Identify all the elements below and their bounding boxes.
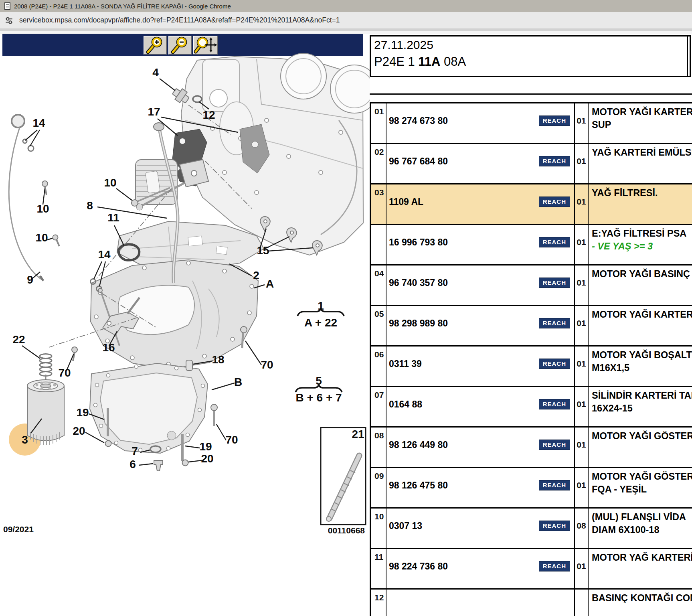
reach-badge[interactable]: REACH <box>539 156 570 166</box>
inset-stud-box <box>321 428 366 525</box>
callout-14: 14 <box>32 117 45 129</box>
callout-70: 70 <box>225 434 238 446</box>
part-number-cell[interactable]: 1109 ALREACH <box>386 184 575 224</box>
callout-70: 70 <box>261 359 273 371</box>
callout-8: 8 <box>87 199 93 212</box>
table-top-rule <box>370 93 692 95</box>
reach-badge[interactable]: REACH <box>539 318 570 328</box>
part-number[interactable]: 16 996 793 80 <box>389 237 539 248</box>
quantity: 08 <box>575 509 589 548</box>
callout-70: 70 <box>58 367 71 379</box>
callout-14: 14 <box>98 248 111 261</box>
callout-10: 10 <box>35 231 48 244</box>
part-number[interactable]: 98 274 673 80 <box>389 116 539 126</box>
part-description: MOTOR YAĞI KARTERİ <box>589 306 692 345</box>
row-index: 01 <box>371 103 386 143</box>
quantity: 01 <box>575 306 589 345</box>
part-number-cell[interactable]: 98 298 989 80REACH <box>386 306 575 345</box>
document-code: P24E 1 11A 08A <box>374 55 690 69</box>
part-description: YAĞ FİLTRESİ. <box>589 184 692 224</box>
group-a-formula: A + 22 <box>304 316 337 329</box>
part-description: BASINÇ KONTAĞI CONT <box>589 590 692 616</box>
part-number-cell[interactable]: 98 126 475 80REACH <box>386 468 575 507</box>
part-number-cell[interactable]: 96 767 684 80REACH <box>386 144 575 183</box>
table-row: 0496 740 357 80REACH01MOTOR YAĞI BASINÇ … <box>371 265 692 306</box>
part-number-cell[interactable]: 16 996 793 80REACH <box>386 225 575 264</box>
reach-badge[interactable]: REACH <box>539 440 570 450</box>
callout-9: 9 <box>27 274 33 286</box>
callout-11: 11 <box>107 211 119 224</box>
callout-10: 10 <box>36 203 49 215</box>
part-number-cell[interactable]: REACH <box>386 590 575 616</box>
row-index <box>371 225 386 264</box>
quantity: 01 <box>575 549 589 588</box>
callout-20: 20 <box>201 452 213 465</box>
callout-18: 18 <box>212 353 224 366</box>
part-number-cell[interactable]: 96 740 357 80REACH <box>386 265 575 305</box>
part-number[interactable]: 98 126 449 80 <box>389 440 539 450</box>
row-index: 06 <box>371 346 386 386</box>
part-number-cell[interactable]: 0164 88REACH <box>386 387 575 426</box>
parts-diagram[interactable]: 1 A + 22 5 B + 6 + 7 21 00110668 09/2021… <box>0 0 370 616</box>
part-number[interactable]: 96 767 684 80 <box>389 156 539 167</box>
quantity: 01 <box>575 103 589 143</box>
quantity: 01 <box>575 428 589 467</box>
table-row: 0198 274 673 80REACH01MOTOR YAĞI KARTERİ… <box>371 103 692 144</box>
reach-badge[interactable]: REACH <box>539 480 570 490</box>
part-number[interactable]: 98 126 475 80 <box>389 480 539 491</box>
table-row: 0998 126 475 80REACH01MOTOR YAĞI GÖSTERG… <box>371 468 692 509</box>
part-number-cell[interactable]: 0311 39REACH <box>386 346 575 386</box>
part-number-cell[interactable]: 98 126 449 80REACH <box>386 428 575 467</box>
reach-badge[interactable]: REACH <box>539 197 570 207</box>
part-number-cell[interactable]: 0307 13REACH <box>386 509 575 548</box>
part-number-cell[interactable]: 98 224 736 80REACH <box>386 549 575 588</box>
reach-badge[interactable]: REACH <box>539 237 570 247</box>
table-row: 060311 39REACH01MOTOR YAĞI BOŞALTMM16X1,… <box>371 346 692 387</box>
row-index: 12 <box>371 590 386 616</box>
inset-code: 00110668 <box>328 526 365 535</box>
parts-table: 0198 274 673 80REACH01MOTOR YAĞI KARTERİ… <box>370 102 692 616</box>
row-index: 08 <box>371 428 386 467</box>
callout-4: 4 <box>152 66 159 79</box>
inset-callout-21: 21 <box>352 428 364 440</box>
row-index: 05 <box>371 306 386 345</box>
part-number[interactable]: 0311 39 <box>389 359 539 369</box>
reach-badge[interactable]: REACH <box>539 278 570 288</box>
table-row: 1198 224 736 80REACH01MOTOR YAĞ KARTERİ … <box>371 549 692 590</box>
reach-badge[interactable]: REACH <box>539 116 570 126</box>
reach-badge[interactable]: REACH <box>539 521 570 531</box>
row-index: 04 <box>371 265 386 305</box>
callout-2: 2 <box>253 269 259 282</box>
part-number[interactable]: 0307 13 <box>389 521 539 531</box>
callout-3: 3 <box>22 434 28 446</box>
part-number[interactable]: 1109 AL <box>389 197 539 207</box>
reach-badge[interactable]: REACH <box>539 399 570 409</box>
callout-12: 12 <box>202 109 215 121</box>
quantity <box>575 590 589 616</box>
callout-22: 22 <box>12 333 25 346</box>
part-description: MOTOR YAĞI BOŞALTMM16X1,5 <box>589 346 692 386</box>
callout-19: 19 <box>76 406 89 419</box>
row-index: 11 <box>371 549 386 588</box>
part-description: YAĞ KARTERİ EMÜLSİY <box>589 144 692 183</box>
quantity: 01 <box>575 144 589 183</box>
table-row: 12REACHBASINÇ KONTAĞI CONT <box>371 590 692 616</box>
reach-badge[interactable]: REACH <box>539 561 570 571</box>
part-number[interactable]: 0164 88 <box>389 399 539 410</box>
row-index: 07 <box>371 387 386 426</box>
callout-7: 7 <box>132 445 138 457</box>
quantity: 01 <box>575 184 589 224</box>
table-row: 0296 767 684 80REACH01YAĞ KARTERİ EMÜLSİ… <box>371 144 692 184</box>
callout-19: 19 <box>199 440 212 453</box>
reach-badge[interactable]: REACH <box>539 359 570 369</box>
table-row: 031109 ALREACH01YAĞ FİLTRESİ. <box>371 184 692 225</box>
part-number[interactable]: 98 298 989 80 <box>389 318 539 329</box>
part-description: MOTOR YAĞI KARTERİSUP <box>589 103 692 143</box>
part-number[interactable]: 98 224 736 80 <box>389 561 539 572</box>
part-description: (MUL) FLANŞLI VİDADIAM 6X100-18 <box>589 509 692 548</box>
part-number-cell[interactable]: 98 274 673 80REACH <box>386 103 575 143</box>
group-b-formula: B + 6 + 7 <box>295 391 342 404</box>
diagram-date-stamp: 09/2021 <box>3 525 34 534</box>
callout-B: B <box>234 376 242 388</box>
part-number[interactable]: 96 740 357 80 <box>389 278 539 288</box>
